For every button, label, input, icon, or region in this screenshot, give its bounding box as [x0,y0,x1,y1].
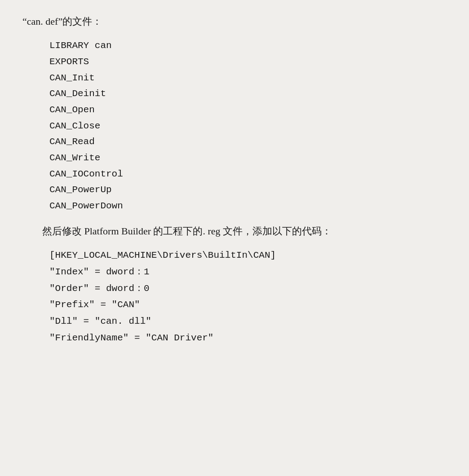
code-line-caniocontrol: CAN_IOControl [49,166,447,182]
code-line-canclose: CAN_Close [49,118,447,134]
code-line-library: LIBRARY can [49,38,447,54]
registry-line-hkey: [HKEY_LOCAL_MACHINE\Drivers\BuiltIn\CAN] [49,247,447,264]
library-code-block: LIBRARY can EXPORTS CAN_Init CAN_Deinit … [49,38,447,214]
code-line-canread: CAN_Read [49,134,447,150]
middle-paragraph: 然后修改 Platform Builder 的工程下的. reg 文件，添加以下… [22,223,447,239]
registry-line-friendlyname: "FriendlyName" = "CAN Driver" [49,330,447,347]
registry-line-order: "Order" = dword：0 [49,281,447,297]
code-line-candeinit: CAN_Deinit [49,86,447,102]
code-line-canpowerdown: CAN_PowerDown [49,198,447,214]
code-line-canopen: CAN_Open [49,102,447,118]
code-line-canpowerup: CAN_PowerUp [49,182,447,198]
code-line-canwrite: CAN_Write [49,150,447,166]
code-line-exports: EXPORTS [49,54,447,70]
registry-line-dll: "Dll" = "can. dll" [49,313,447,330]
registry-line-index: "Index" = dword：1 [49,264,447,281]
code-line-caninit: CAN_Init [49,70,447,86]
registry-line-prefix: "Prefix" = "CAN" [49,297,447,313]
registry-code-block: [HKEY_LOCAL_MACHINE\Drivers\BuiltIn\CAN]… [49,247,447,347]
intro-text: “can. def”的文件： [22,13,447,30]
